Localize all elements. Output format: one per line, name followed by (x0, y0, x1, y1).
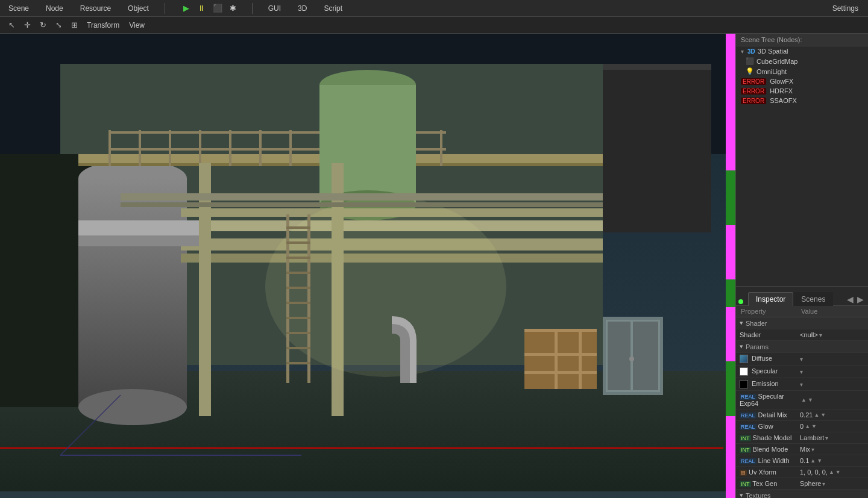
prop-name-shade-model: INT Shade Model (736, 432, 796, 444)
error-badge-hdrfx: ERROR (741, 88, 766, 95)
svg-rect-56 (286, 317, 310, 319)
diffuse-dropdown-arrow[interactable]: ▾ (800, 356, 803, 363)
detail-mix-down[interactable]: ▼ (820, 412, 826, 418)
tree-label-omnilight: OmniLight (756, 68, 787, 75)
viewport[interactable] (0, 34, 735, 498)
inspector-next[interactable]: ▶ (855, 293, 866, 305)
diffuse-color-swatch[interactable] (740, 355, 748, 363)
menu-node[interactable]: Node (42, 3, 67, 14)
shader-section-label: Shader (746, 320, 767, 327)
svg-point-47 (629, 356, 634, 361)
pause-button[interactable]: ⏸ (195, 2, 209, 15)
detail-mix-up[interactable]: ▲ (814, 412, 819, 418)
svg-point-8 (78, 389, 187, 425)
prop-name-specular-exp: REAL Specular Exp64 (736, 391, 796, 409)
params-arrow: ▾ (740, 343, 743, 350)
menu-3d[interactable]: 3D (294, 3, 310, 14)
params-section-header[interactable]: ▾ Params (736, 341, 868, 352)
line-width-up[interactable]: ▲ (810, 458, 816, 464)
tree-item-glowfx[interactable]: ERROR GlowFX (736, 76, 868, 86)
tree-item-cubegridmap[interactable]: ⬛ CubeGridMap (736, 56, 868, 66)
color-strip-13 (726, 389, 735, 416)
settings-toolbar-button[interactable]: ✱ (227, 2, 240, 15)
int-badge-shade-model: INT (740, 435, 751, 441)
svg-rect-63 (603, 64, 711, 70)
prop-value-detail-mix[interactable]: 0.21 ▲ ▼ (796, 409, 868, 421)
specular-exp-down[interactable]: ▼ (808, 397, 813, 403)
uv-xform-up[interactable]: ▲ (829, 469, 834, 475)
prop-value-uv-xform[interactable]: 1, 0, 0, 0, ▲ ▼ (796, 467, 868, 478)
prop-value-specular[interactable]: ▾ (796, 366, 868, 378)
menu-gui[interactable]: GUI (265, 3, 285, 14)
glow-down[interactable]: ▼ (811, 423, 817, 429)
uv-xform-down[interactable]: ▼ (835, 469, 841, 475)
play-button[interactable]: ▶ (180, 2, 193, 15)
stop-button[interactable]: ⬛ (211, 2, 224, 15)
shade-model-value: Lambert (800, 434, 824, 441)
emission-dropdown-arrow[interactable]: ▾ (800, 381, 803, 388)
settings-label[interactable]: Settings (828, 3, 863, 14)
view-label[interactable]: View (125, 20, 148, 31)
menu-scene[interactable]: Scene (5, 3, 33, 14)
prop-value-shade-model[interactable]: Lambert ▾ (796, 432, 868, 444)
tree-item-ssaofx[interactable]: ERROR SSAOFX (736, 96, 868, 105)
menu-resource[interactable]: Resource (77, 3, 115, 14)
transform-label[interactable]: Transform (83, 20, 123, 31)
scale-tool[interactable]: ⤡ (52, 19, 65, 32)
shader-section-header[interactable]: ▾ Shader (736, 317, 868, 329)
diffuse-dropdown[interactable]: ▾ (800, 356, 864, 363)
prop-value-shader[interactable]: <null> ▾ (796, 329, 868, 341)
tab-scenes[interactable]: Scenes (793, 292, 833, 306)
prop-row-line-width: REAL Line Width 0.1 ▲ ▼ (736, 455, 868, 467)
tab-inspector[interactable]: Inspector (748, 292, 793, 306)
emission-color-swatch[interactable] (740, 380, 748, 388)
inspector-nav: ◀ ▶ (843, 293, 868, 305)
emission-dropdown[interactable]: ▾ (800, 381, 864, 388)
line-width-value: 0.1 (800, 457, 809, 464)
tree-item-omnilight[interactable]: 💡 OmniLight (736, 66, 868, 76)
svg-rect-38 (524, 329, 597, 332)
shade-model-dropdown[interactable]: Lambert ▾ (800, 434, 864, 441)
specular-color-swatch[interactable] (740, 367, 748, 376)
snap-tool[interactable]: ⊞ (68, 19, 81, 32)
error-badge-glowfx: ERROR (741, 78, 766, 85)
blend-mode-arrow[interactable]: ▾ (811, 446, 814, 453)
shade-model-arrow[interactable]: ▾ (825, 435, 828, 441)
menu-object[interactable]: Object (124, 3, 153, 14)
specular-exp-up[interactable]: ▲ (801, 397, 807, 403)
tree-item-3d-spatial[interactable]: ▾ 3D 3D Spatial (736, 46, 868, 56)
line-width-down[interactable]: ▼ (817, 458, 822, 464)
rotate-tool[interactable]: ↻ (36, 19, 49, 32)
prop-value-line-width[interactable]: 0.1 ▲ ▼ (796, 455, 868, 467)
tree-icon-light: 💡 (746, 67, 754, 75)
property-col-header: Property (736, 306, 796, 317)
glow-up[interactable]: ▲ (805, 423, 810, 429)
shader-dropdown[interactable]: <null> ▾ (800, 331, 864, 338)
prop-row-shade-model: INT Shade Model Lambert ▾ (736, 432, 868, 444)
cursor-tool[interactable]: ↖ (5, 19, 18, 32)
inspector-prev[interactable]: ◀ (845, 293, 855, 305)
specular-dropdown-arrow[interactable]: ▾ (800, 369, 803, 375)
prop-value-tex-gen[interactable]: Sphere ▾ (796, 478, 868, 490)
svg-rect-60 (121, 193, 603, 201)
prop-row-blend-mode: INT Blend Mode Mix ▾ (736, 444, 868, 455)
inspector-content[interactable]: Property Value ▾ Shader (736, 306, 868, 498)
specular-dropdown[interactable]: ▾ (800, 369, 864, 375)
shader-dropdown-arrow[interactable]: ▾ (819, 332, 822, 338)
blend-mode-dropdown[interactable]: Mix ▾ (800, 446, 864, 453)
tex-gen-dropdown[interactable]: Sphere ▾ (800, 480, 864, 487)
svg-rect-42 (579, 329, 582, 389)
tex-gen-arrow[interactable]: ▾ (822, 481, 825, 487)
prop-value-diffuse-color[interactable]: ▾ (796, 353, 868, 366)
prop-value-blend-mode[interactable]: Mix ▾ (796, 444, 868, 455)
tree-item-hdrfx[interactable]: ERROR HDRFX (736, 86, 868, 96)
blend-mode-value: Mix (800, 446, 810, 453)
prop-value-specular-exp[interactable]: ▲ ▼ (796, 391, 868, 409)
prop-value-emission[interactable]: ▾ (796, 378, 868, 391)
prop-value-glow[interactable]: 0 ▲ ▼ (796, 421, 868, 432)
move-tool[interactable]: ✛ (20, 19, 34, 32)
menu-script[interactable]: Script (320, 3, 346, 14)
textures-section-header[interactable]: ▾ Textures (736, 490, 868, 498)
right-panel: Scene Tree (Nodes): ▾ 3D 3D Spatial ⬛ Cu… (735, 34, 868, 498)
tree-label-hdrfx: HDRFX (770, 87, 793, 95)
